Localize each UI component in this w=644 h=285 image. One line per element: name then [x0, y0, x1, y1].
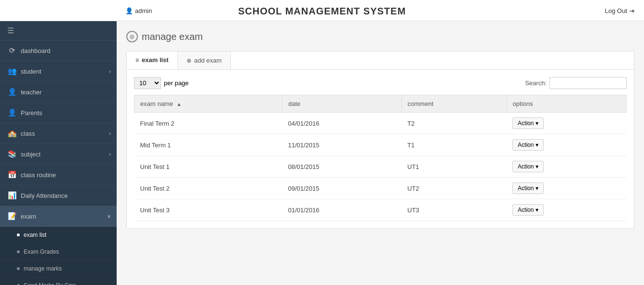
- search-control: Search:: [525, 77, 627, 89]
- cell-options: Action ▾: [507, 156, 626, 178]
- teacher-icon: 👤: [7, 88, 17, 96]
- cell-exam-name: Final Term 2: [134, 113, 282, 134]
- search-input[interactable]: [550, 77, 627, 89]
- col-options: options: [507, 95, 626, 113]
- manage-marks-dot: [17, 267, 20, 270]
- table-row: Mid Term 1 11/01/2015 T1 Action ▾: [134, 134, 627, 156]
- action-button[interactable]: Action ▾: [512, 161, 544, 172]
- cell-options: Action ▾: [507, 199, 626, 221]
- sidebar-label-class-routine: class routine: [21, 171, 56, 179]
- action-button[interactable]: Action ▾: [512, 204, 544, 216]
- subject-arrow-icon: ›: [109, 151, 111, 157]
- class-arrow-icon: ›: [109, 130, 111, 136]
- cell-exam-name: Unit Test 2: [134, 178, 282, 199]
- table-panel: 10 25 50 100 per page Search: exa: [126, 69, 634, 229]
- sidebar-item-dashboard[interactable]: ⟳ dashboard: [0, 40, 117, 61]
- sidebar-label-teacher: teacher: [21, 89, 41, 96]
- app-title: SCHOOL MANAGEMENT SYSTEM: [0, 6, 644, 17]
- exam-icon: 📝: [7, 212, 17, 220]
- action-dropdown-icon: ▾: [536, 185, 538, 192]
- col-comment: comment: [402, 95, 507, 113]
- sidebar-item-class[interactable]: 🏫 class ›: [0, 123, 117, 144]
- sidebar-subitem-exam-list[interactable]: exam list: [0, 227, 117, 244]
- exam-arrow-icon: ∨: [107, 213, 111, 220]
- col-date: date: [282, 95, 402, 113]
- action-button[interactable]: Action ▾: [512, 182, 544, 194]
- sidebar-item-parents[interactable]: 👤 Parents: [0, 103, 117, 123]
- sort-icon: ▲: [177, 102, 182, 107]
- table-row: Final Term 2 04/01/2016 T2 Action ▾: [134, 113, 627, 134]
- add-exam-tab-icon: ⊕: [187, 57, 191, 64]
- sidebar-subitem-exam-grades[interactable]: Exam Grades: [0, 244, 117, 260]
- user-icon: 👤: [125, 7, 133, 14]
- cell-date: 01/01/2016: [282, 199, 402, 221]
- class-routine-icon: 📅: [7, 170, 17, 179]
- cell-comment: UT3: [402, 199, 507, 221]
- sidebar-label-student: student: [21, 68, 41, 75]
- cell-comment: T1: [402, 134, 507, 156]
- sidebar-toggle[interactable]: ☰: [0, 21, 117, 40]
- tab-add-exam[interactable]: ⊕ add exam: [178, 52, 231, 69]
- sidebar-label-exam: exam: [21, 213, 36, 220]
- exam-submenu: exam list Exam Grades manage marks Send …: [0, 227, 117, 285]
- dashboard-icon: ⟳: [7, 46, 17, 55]
- hamburger-icon: ☰: [7, 26, 14, 35]
- per-page-control: 10 25 50 100 per page: [134, 77, 188, 89]
- col-exam-name[interactable]: exam name ▲: [134, 95, 282, 113]
- action-button[interactable]: Action ▾: [512, 117, 544, 129]
- sidebar-sublabel-exam-grades: Exam Grades: [24, 248, 59, 255]
- tab-exam-list-label: exam list: [142, 56, 169, 64]
- sidebar-item-exam[interactable]: 📝 exam ∨: [0, 206, 117, 227]
- sidebar-item-class-routine[interactable]: 📅 class routine: [0, 165, 117, 185]
- student-icon: 👥: [7, 67, 17, 76]
- search-label: Search:: [525, 79, 547, 87]
- table-header-row: exam name ▲ date comment options: [134, 95, 627, 113]
- tab-exam-list[interactable]: ≡ exam list: [127, 52, 178, 69]
- daily-attendance-icon: 📊: [7, 191, 17, 200]
- cell-date: 09/01/2015: [282, 178, 402, 199]
- logout-label: Log Out: [605, 7, 627, 14]
- sidebar-subitem-send-marks-sms[interactable]: Send Marks By Sms: [0, 277, 117, 285]
- page-title-bar: ⊕ manage exam: [126, 31, 634, 42]
- exam-list-tab-icon: ≡: [135, 57, 139, 64]
- cell-exam-name: Unit Test 3: [134, 199, 282, 221]
- sidebar-item-student[interactable]: 👥 student ›: [0, 61, 117, 82]
- exam-table: exam name ▲ date comment options: [134, 95, 627, 221]
- username: admin: [135, 7, 152, 14]
- cell-comment: UT2: [402, 178, 507, 199]
- sidebar-sublabel-send-marks-sms: Send Marks By Sms: [24, 282, 76, 285]
- student-arrow-icon: ›: [109, 68, 111, 74]
- tab-bar: ≡ exam list ⊕ add exam: [126, 51, 634, 69]
- sidebar-subitem-manage-marks[interactable]: manage marks: [0, 260, 117, 277]
- parents-icon: 👤: [7, 108, 17, 117]
- sidebar-sublabel-manage-marks: manage marks: [24, 265, 62, 272]
- sidebar-item-daily-attendance[interactable]: 📊 Daily Attendance: [0, 185, 117, 206]
- cell-exam-name: Unit Test 1: [134, 156, 282, 178]
- action-dropdown-icon: ▾: [536, 120, 538, 127]
- page-title: manage exam: [142, 31, 203, 42]
- table-row: Unit Test 3 01/01/2016 UT3 Action ▾: [134, 199, 627, 221]
- sidebar-label-parents: Parents: [21, 109, 42, 117]
- table-controls: 10 25 50 100 per page Search:: [134, 77, 627, 89]
- sidebar-label-dashboard: dashboard: [21, 47, 50, 54]
- sidebar-item-teacher[interactable]: 👤 teacher: [0, 82, 117, 103]
- table-row: Unit Test 1 08/01/2015 UT1 Action ▾: [134, 156, 627, 178]
- action-button[interactable]: Action ▾: [512, 139, 544, 151]
- sidebar-label-subject: subject: [21, 151, 40, 158]
- cell-options: Action ▾: [507, 134, 626, 156]
- action-dropdown-icon: ▾: [536, 142, 538, 148]
- cell-comment: T2: [402, 113, 507, 134]
- top-header: 👤 admin SCHOOL MANAGEMENT SYSTEM Log Out…: [0, 0, 644, 21]
- class-icon: 🏫: [7, 129, 17, 138]
- per-page-select[interactable]: 10 25 50 100: [134, 77, 161, 89]
- main-content: ⊕ manage exam ≡ exam list ⊕ add exam 10 …: [117, 21, 644, 285]
- cell-options: Action ▾: [507, 113, 626, 134]
- sidebar-label-daily-attendance: Daily Attendance: [21, 192, 68, 199]
- logout-button[interactable]: Log Out ⇥: [605, 7, 634, 14]
- tab-add-exam-label: add exam: [194, 57, 222, 64]
- cell-date: 11/01/2015: [282, 134, 402, 156]
- sidebar: ☰ ⟳ dashboard 👥 student › 👤 teacher 👤 Pa…: [0, 21, 117, 285]
- per-page-label: per page: [164, 79, 188, 87]
- sidebar-label-class: class: [21, 130, 35, 137]
- sidebar-item-subject[interactable]: 📚 subject ›: [0, 144, 117, 165]
